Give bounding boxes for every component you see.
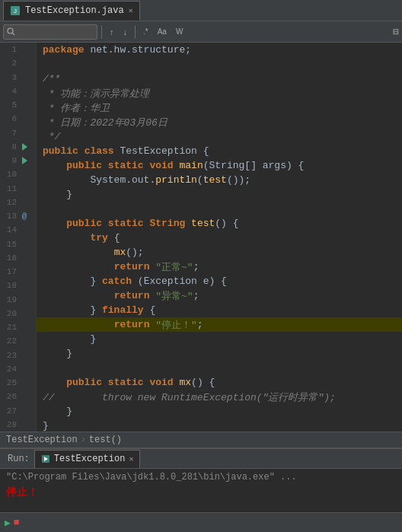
code-line: * 功能：演示异常处理	[37, 86, 402, 100]
token-plain	[102, 218, 108, 229]
nav-up-button[interactable]: ↑	[106, 24, 118, 40]
run-button[interactable]: ▶	[5, 517, 11, 529]
token-kw2: return	[114, 319, 150, 330]
bottom-content: "C:\Program Files\Java\jdk1.8.0_281\bin\…	[0, 469, 402, 512]
code-line: * 日期：2022年03月06日	[37, 115, 402, 129]
breadcrumb-file: TestException	[6, 435, 78, 445]
nav-down-button[interactable]: ↓	[120, 24, 132, 40]
gutter-icon	[18, 279, 30, 291]
code-line: * 作者：华卫	[37, 100, 402, 115]
token-method: mx	[180, 377, 192, 388]
line-number: 22	[0, 336, 17, 346]
token-method: println	[155, 174, 197, 186]
search-box[interactable]	[3, 24, 97, 40]
line-number: 10	[0, 170, 17, 179]
gutter-row: 3	[0, 71, 36, 84]
token-str: "停止！"	[155, 318, 197, 332]
token-plain	[144, 160, 150, 171]
token-kw: try	[90, 232, 107, 244]
breadcrumb-sep: ›	[81, 435, 86, 445]
run-arrow-icon[interactable]	[22, 157, 27, 164]
gutter-row: 22	[0, 334, 36, 348]
token-plain	[149, 261, 155, 272]
line-number: 19	[0, 295, 17, 304]
editor-area: 12345678910111213@1415161718192021222324…	[0, 43, 402, 432]
run-arrow-icon[interactable]	[22, 143, 27, 151]
gutter-icon	[18, 377, 30, 389]
gutter-icon	[18, 127, 30, 139]
run-icon	[41, 454, 50, 464]
token-plain: }	[43, 348, 72, 359]
code-line: */	[37, 129, 402, 144]
code-line: try {	[37, 231, 402, 245]
code-line: }	[37, 419, 402, 432]
token-plain: }	[43, 420, 49, 432]
word-button[interactable]: W	[172, 24, 187, 40]
gutter-row: 23	[0, 349, 36, 362]
search-input[interactable]	[18, 27, 94, 37]
close-icon[interactable]: ✕	[129, 6, 133, 15]
svg-line-3	[12, 33, 14, 35]
line-number: 21	[0, 323, 17, 332]
regex-button[interactable]: .*	[139, 24, 152, 40]
gutter-row: 4	[0, 84, 36, 98]
tab-bar: J TestException.java ✕	[0, 0, 402, 21]
gutter-row: 28	[0, 418, 36, 432]
line-number: 13	[0, 212, 17, 221]
line-number: 27	[0, 406, 17, 416]
token-plain: net.hw.structure;	[85, 44, 191, 56]
tab-testexception[interactable]: J TestException.java ✕	[3, 1, 140, 21]
gutter-row: 5	[0, 98, 36, 112]
gutter-row: 24	[0, 362, 36, 376]
bottom-tab-run[interactable]: TestException ✕	[34, 450, 141, 468]
code-line: public static String test() {	[37, 216, 402, 231]
code-line: }	[37, 332, 402, 346]
filter-icon[interactable]: ⊟	[393, 26, 399, 38]
line-number: 7	[0, 129, 17, 138]
stop-button[interactable]: ■	[14, 517, 20, 528]
line-number: 25	[0, 378, 17, 387]
gutter-row: 2	[0, 56, 36, 70]
gutter-icon	[18, 99, 30, 111]
code-line: }	[37, 346, 402, 361]
token-plain: System.out.	[43, 174, 155, 186]
gutter-icon	[18, 183, 30, 195]
token-plain: (String[] args) {	[203, 160, 305, 171]
token-plain	[174, 377, 180, 388]
output-text: 停止！	[6, 486, 38, 499]
bottom-toolbar: ▶ ■	[0, 512, 402, 532]
code-line: } catch (Exception e) {	[37, 274, 402, 288]
code-lines: package net.hw.structure; /** * 功能：演示异常处…	[37, 43, 402, 432]
token-plain	[102, 377, 108, 388]
line-number: 11	[0, 184, 17, 193]
gutter-row: 11	[0, 182, 36, 196]
token-plain	[144, 218, 150, 229]
token-plain: {	[144, 304, 156, 316]
token-plain: () {	[215, 218, 238, 229]
code-line: }	[37, 187, 402, 202]
token-comment: // throw new RuntimeException("运行时异常");	[43, 390, 336, 404]
token-plain: TestException {	[114, 145, 209, 157]
breakpoint-icon[interactable]: @	[22, 212, 27, 221]
token-kw: catch	[102, 276, 132, 287]
token-comment: * 日期：2022年03月06日	[43, 116, 168, 129]
gutter-row: 21	[0, 320, 36, 334]
code-line: return "正常~";	[37, 260, 402, 274]
token-plain	[43, 247, 114, 258]
code-line: return "停止！";	[37, 317, 402, 332]
gutter-row: 15	[0, 237, 36, 251]
line-number: 17	[0, 267, 17, 276]
code-content[interactable]: package net.hw.structure; /** * 功能：演示异常处…	[37, 43, 402, 432]
line-number: 9	[0, 156, 17, 165]
token-plain	[78, 145, 85, 157]
gutter-row: 7	[0, 126, 36, 140]
case-button[interactable]: Aa	[154, 24, 171, 40]
token-kw: static	[108, 218, 144, 229]
token-plain: () {	[191, 377, 215, 388]
gutter-icon	[18, 266, 30, 278]
token-plain	[43, 160, 66, 171]
gutter-icon	[18, 419, 30, 431]
token-method: mx	[114, 247, 126, 258]
close-icon[interactable]: ✕	[129, 454, 133, 464]
gutter-icon	[18, 113, 30, 125]
